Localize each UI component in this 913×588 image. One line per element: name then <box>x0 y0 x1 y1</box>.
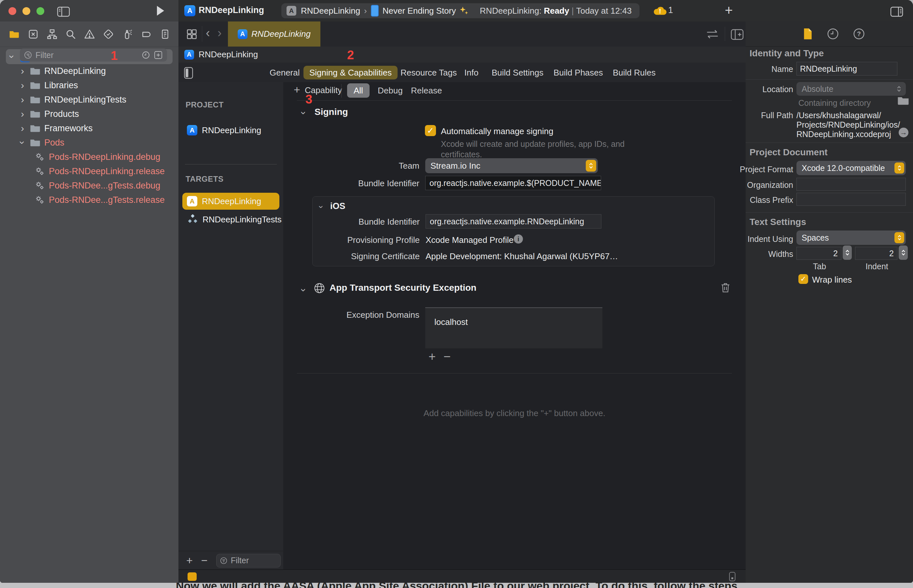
tree-row-folder[interactable]: › RNDeepLinkingTests <box>0 92 178 107</box>
tree-row-xcconfig[interactable]: Pods-RNDeepLinking.debug <box>0 150 178 164</box>
help-inspector-icon[interactable]: ? <box>853 28 865 40</box>
ios-signing-box: › iOS Bundle Identifier org.reactjs.nati… <box>312 196 715 267</box>
name-field[interactable]: RNDeepLinking <box>797 62 897 76</box>
disclosure-chevron-icon[interactable]: › <box>21 92 24 107</box>
disclosure-chevron-icon[interactable]: › <box>15 141 30 144</box>
tab-signing-capabilities[interactable]: Signing & Capabilities <box>304 66 398 79</box>
breakpoint-navigator-icon[interactable] <box>140 28 152 40</box>
scheme-name[interactable]: RNDeepLinking <box>301 6 360 16</box>
project-format-dropdown[interactable]: Xcode 12.0-compatible <box>797 161 906 175</box>
go-back-chevron[interactable]: ‹ <box>206 26 210 40</box>
open-path-arrow-icon[interactable]: → <box>898 128 908 137</box>
recent-files-icon[interactable] <box>142 51 150 59</box>
tab-width-field[interactable]: 2 <box>797 247 841 260</box>
segment-all[interactable]: All <box>347 83 370 98</box>
run-destination[interactable]: Never Ending Story <box>383 6 456 16</box>
add-capability-plus[interactable]: + <box>294 83 300 96</box>
source-control-status-filter-icon[interactable] <box>154 51 163 59</box>
wrap-lines-checkbox[interactable]: ✓ <box>798 274 808 284</box>
minimize-window-button[interactable] <box>23 7 30 15</box>
symbol-navigator-icon[interactable] <box>46 28 58 40</box>
zoom-window-button[interactable] <box>37 7 44 15</box>
toggle-inspector-icon[interactable] <box>890 6 903 17</box>
jump-bar[interactable]: A RNDeepLinking <box>178 47 746 63</box>
disclosure-chevron-icon[interactable]: › <box>21 107 24 121</box>
signing-disclosure-chevron[interactable]: › <box>298 111 309 115</box>
auto-signing-checkbox[interactable]: ✓ <box>425 125 436 136</box>
ios-disclosure-chevron[interactable]: › <box>316 205 326 208</box>
organization-field[interactable] <box>797 178 906 191</box>
target-app-icon: A <box>187 196 197 207</box>
target-row-tests[interactable]: RNDeepLinkingTests <box>183 211 280 228</box>
tree-row-xcconfig[interactable]: Pods-RNDee...gTests.release <box>0 193 178 207</box>
tab-general[interactable]: General <box>264 66 306 79</box>
bundle-identifier-field[interactable]: org.reactjs.native.example.$(PRODUCT_NAM… <box>425 176 601 190</box>
exception-domain-row[interactable]: localhost <box>435 317 468 327</box>
code-review-icon[interactable] <box>705 29 719 39</box>
target-row-app[interactable]: A RNDeepLinking <box>183 193 280 210</box>
tree-row-folder[interactable]: › RNDeepLinking <box>0 64 178 78</box>
indent-width-field[interactable]: 2 <box>855 247 897 260</box>
close-window-button[interactable] <box>8 7 16 15</box>
remove-domain-button[interactable]: − <box>443 350 451 363</box>
tab-info[interactable]: Info <box>459 66 484 79</box>
folder-icon[interactable] <box>897 96 909 105</box>
location-dropdown[interactable]: Absolute <box>797 82 906 96</box>
remove-target-button[interactable]: − <box>201 554 208 567</box>
targets-filter-field[interactable]: Filter <box>216 554 281 567</box>
jumpbar-title[interactable]: RNDeepLinking <box>199 50 258 60</box>
scheme-status-pill[interactable]: A RNDeepLinking › Never Ending Story RND… <box>281 3 640 18</box>
disclosure-chevron-icon[interactable]: › <box>21 78 24 92</box>
warning-count[interactable]: 1 <box>668 5 673 15</box>
tab-width-stepper[interactable] <box>843 246 852 260</box>
warning-marker-icon[interactable] <box>187 572 197 581</box>
editor-layout-icon[interactable] <box>728 572 737 582</box>
go-forward-chevron[interactable]: › <box>218 26 222 40</box>
project-row[interactable]: A RNDeepLinking <box>183 122 280 139</box>
issue-navigator-icon[interactable] <box>84 28 95 40</box>
file-inspector-icon[interactable] <box>803 27 813 40</box>
project-navigator-icon[interactable] <box>8 29 20 40</box>
navigator-filter-field[interactable]: Filter <box>20 48 167 61</box>
class-prefix-field[interactable] <box>797 193 906 206</box>
tree-row-xcconfig[interactable]: Pods-RNDee...gTests.debug <box>0 178 178 193</box>
debug-navigator-icon[interactable] <box>121 28 133 40</box>
toggle-navigator-icon[interactable] <box>57 6 70 17</box>
delete-capability-trash-icon[interactable] <box>719 281 731 294</box>
tree-row-folder[interactable]: › Libraries <box>0 78 178 92</box>
run-button[interactable] <box>156 6 165 16</box>
tab-build-rules[interactable]: Build Rules <box>607 66 662 79</box>
tab-overview-icon[interactable] <box>186 28 198 40</box>
indent-using-dropdown[interactable]: Spaces <box>797 231 906 245</box>
add-editor-icon[interactable] <box>730 29 744 40</box>
new-tab-button[interactable]: + <box>725 3 733 18</box>
disclosure-chevron-icon[interactable]: › <box>5 55 19 58</box>
add-domain-button[interactable]: + <box>428 350 436 363</box>
tree-row-xcconfig[interactable]: Pods-RNDeepLinking.release <box>0 164 178 178</box>
disclosure-chevron-icon[interactable]: › <box>21 121 24 136</box>
history-inspector-icon[interactable] <box>827 28 839 40</box>
tab-build-phases[interactable]: Build Phases <box>548 66 609 79</box>
tab-resource-tags[interactable]: Resource Tags <box>394 66 463 79</box>
warning-cloud-icon[interactable]: ! <box>653 5 667 16</box>
hide-targets-panel-icon[interactable] <box>184 67 194 79</box>
find-navigator-icon[interactable] <box>65 28 76 40</box>
exception-domains-table[interactable]: localhost <box>425 307 603 348</box>
ios-bundle-field[interactable]: org.reactjs.native.example.RNDeepLinking <box>425 214 601 229</box>
test-navigator-icon[interactable] <box>103 28 114 40</box>
add-target-button[interactable]: + <box>186 554 193 567</box>
tab-build-settings[interactable]: Build Settings <box>486 66 549 79</box>
tree-row-folder[interactable]: › Products <box>0 107 178 121</box>
report-navigator-icon[interactable] <box>160 28 171 40</box>
source-control-navigator-icon[interactable] <box>27 28 39 40</box>
ats-disclosure-chevron[interactable]: › <box>298 289 309 292</box>
indent-width-stepper[interactable] <box>898 246 908 260</box>
tree-row-pods-folder[interactable]: › Pods <box>0 136 178 150</box>
disclosure-chevron-icon[interactable]: › <box>21 64 24 78</box>
segment-debug[interactable]: Debug <box>371 83 409 98</box>
segment-release[interactable]: Release <box>404 83 448 98</box>
tree-row-folder[interactable]: › Frameworks <box>0 121 178 136</box>
info-icon[interactable]: i <box>514 234 523 244</box>
editor-tab-active[interactable]: A RNDeepLinking <box>228 21 320 47</box>
team-dropdown[interactable]: Stream.io Inc <box>425 158 598 173</box>
